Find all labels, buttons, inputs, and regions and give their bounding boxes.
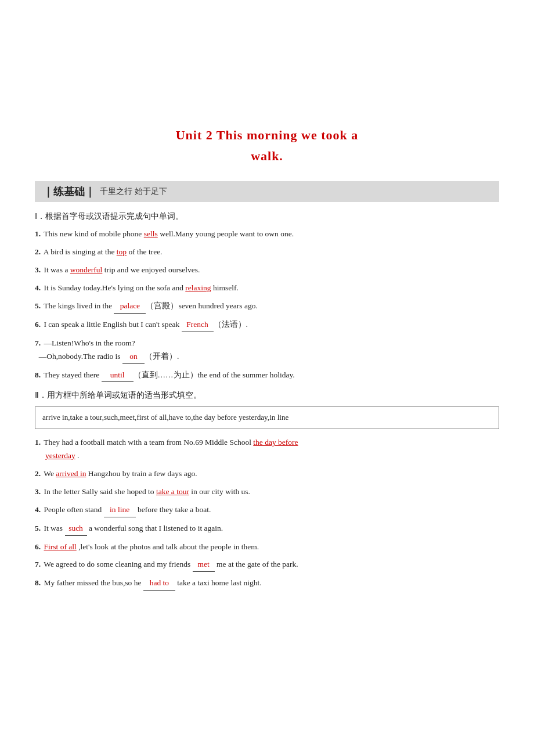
answer-blank: in line xyxy=(104,503,136,517)
answer: the day before xyxy=(253,438,298,447)
item-num: 3. xyxy=(35,487,41,496)
item-text-before: People often stand xyxy=(44,505,104,514)
item-text-after: of the tree. xyxy=(127,247,162,256)
item-text-after: trip and we enjoyed ourselves. xyxy=(102,265,200,274)
item-dialogue-1: —Listen!Who's in the room? xyxy=(44,339,135,347)
list-item: 4. It is Sunday today.He's lying on the … xyxy=(35,282,499,295)
part-ii-list: 1. They had a football match with a team… xyxy=(35,436,499,591)
answer-blank: such xyxy=(65,522,87,536)
list-item: 8. They stayed there until（直到……为止）the en… xyxy=(35,369,499,383)
item-text-after: well.Many young people want to own one. xyxy=(158,229,294,238)
item-text-after: a wonderful song that I listened to it a… xyxy=(87,524,223,532)
list-item: 1. This new kind of mobile phone sells w… xyxy=(35,228,499,241)
list-item: 7. —Listen!Who's in the room? —Oh,nobody… xyxy=(35,337,499,364)
item-text-after: himself. xyxy=(211,283,239,292)
list-item: 6. First of all ,let's look at the photo… xyxy=(35,541,499,554)
item-text-after: . xyxy=(75,451,80,460)
item-text-before: It is Sunday today.He's lying on the sof… xyxy=(44,283,186,292)
section-header-subtitle: 千里之行 始于足下 xyxy=(100,186,167,197)
item-text-after: before they take a boat. xyxy=(136,505,211,514)
answer: First of all xyxy=(44,542,77,551)
item-num: 1. xyxy=(35,229,41,238)
item-num: 1. xyxy=(35,438,41,447)
answer-blank: on xyxy=(122,350,145,364)
answer: top xyxy=(117,247,127,256)
hint: （直到……为止） xyxy=(134,370,198,379)
answer: take a tour xyxy=(156,487,189,496)
list-item: 3. It was a wonderful trip and we enjoye… xyxy=(35,264,499,277)
answer: wonderful xyxy=(70,265,102,274)
answer: arrived in xyxy=(56,469,86,478)
item-num: 8. xyxy=(35,370,41,379)
item-num: 2. xyxy=(35,247,41,256)
section-header: ｜练基础｜ 千里之行 始于足下 xyxy=(35,181,499,202)
item-num: 2. xyxy=(35,469,41,478)
answer-blank: French xyxy=(182,318,214,332)
list-item: 8. My father missed the bus,so he had to… xyxy=(35,577,499,591)
item-text-after: take a taxi home last night. xyxy=(175,578,262,587)
item-text-before: We xyxy=(44,469,56,478)
list-item: 7. We agreed to do some cleaning and my … xyxy=(35,558,499,572)
item-text-after: Hangzhou by train a few days ago. xyxy=(86,469,197,478)
item-text-before: They had a football match with a team fr… xyxy=(44,438,253,447)
unit-title-line1: Unit 2 This morning we took a xyxy=(35,128,499,143)
item-text-after: the end of the summer holiday. xyxy=(198,370,295,379)
item-text-before: The kings lived in the xyxy=(44,301,114,310)
list-item: 1. They had a football match with a team… xyxy=(35,436,499,463)
answer-blank: had to xyxy=(143,577,175,591)
item-text-before: They stayed there xyxy=(44,370,101,379)
title-section: Unit 2 This morning we took a walk. xyxy=(35,128,499,164)
item-num: 5. xyxy=(35,301,41,310)
item-num: 4. xyxy=(35,283,41,292)
list-item: 5. The kings lived in the palace（宫殿）seve… xyxy=(35,300,499,314)
item-text-before: In the letter Sally said she hoped to xyxy=(44,487,156,496)
hint: （宫殿） xyxy=(146,301,178,310)
section-header-label: ｜练基础｜ xyxy=(43,185,95,199)
item-text-after: . xyxy=(246,320,248,329)
list-item: 5. It was such a wonderful song that I l… xyxy=(35,522,499,536)
item-text-after: . xyxy=(177,352,179,361)
phrase-box: arrive in,take a tour,such,meet,first of… xyxy=(35,406,499,429)
part-i-list: 1. This new kind of mobile phone sells w… xyxy=(35,228,499,382)
item-num: 5. xyxy=(35,524,41,532)
list-item: 2. We arrived in Hangzhou by train a few… xyxy=(35,467,499,481)
item-text-before: It was a xyxy=(44,265,70,274)
item-num: 6. xyxy=(35,542,41,551)
item-text-before: My father missed the bus,so he xyxy=(44,578,143,587)
item-text-before: A bird is singing at the xyxy=(44,247,117,256)
item-text-before: We agreed to do some cleaning and my fri… xyxy=(44,560,192,568)
item-text-before: It was xyxy=(44,524,65,532)
answer: relaxing xyxy=(185,283,211,292)
item-num: 7. xyxy=(35,560,41,568)
item-num: 7. xyxy=(35,339,41,347)
list-item: 3. In the letter Sally said she hoped to… xyxy=(35,485,499,499)
hint: （法语） xyxy=(214,320,246,329)
answer-blank: palace xyxy=(114,300,146,314)
item-text-before: This new kind of mobile phone xyxy=(44,229,143,238)
list-item: 2. A bird is singing at the top of the t… xyxy=(35,246,499,259)
answer-cont: yesterday xyxy=(45,451,75,460)
item-num: 4. xyxy=(35,505,41,514)
list-item: 4. People often stand in line before the… xyxy=(35,503,499,517)
hint: （开着） xyxy=(145,352,177,361)
part-i-label: Ⅰ．根据首字母或汉语提示完成句中单词。 xyxy=(35,211,499,222)
item-num: 3. xyxy=(35,265,41,274)
item-num: 8. xyxy=(35,578,41,587)
item-text-before: I can speak a little English but I can't… xyxy=(44,320,182,329)
item-text-after: seven hundred years ago. xyxy=(178,301,257,310)
part-ii-label: Ⅱ．用方框中所给单词或短语的适当形式填空。 xyxy=(35,390,499,401)
answer-blank: until xyxy=(102,369,134,383)
answer-blank: met xyxy=(193,558,215,572)
answer: sells xyxy=(144,229,158,238)
list-item: 6. I can speak a little English but I ca… xyxy=(35,318,499,332)
unit-title-line2: walk. xyxy=(35,149,499,164)
item-text-after: me at the gate of the park. xyxy=(215,560,298,568)
item-text-after: in our city with us. xyxy=(189,487,250,496)
item-text-after: ,let's look at the photos and talk about… xyxy=(77,542,259,551)
item-num: 6. xyxy=(35,320,41,329)
item-dialogue-2-before: —Oh,nobody.The radio is xyxy=(35,352,122,361)
